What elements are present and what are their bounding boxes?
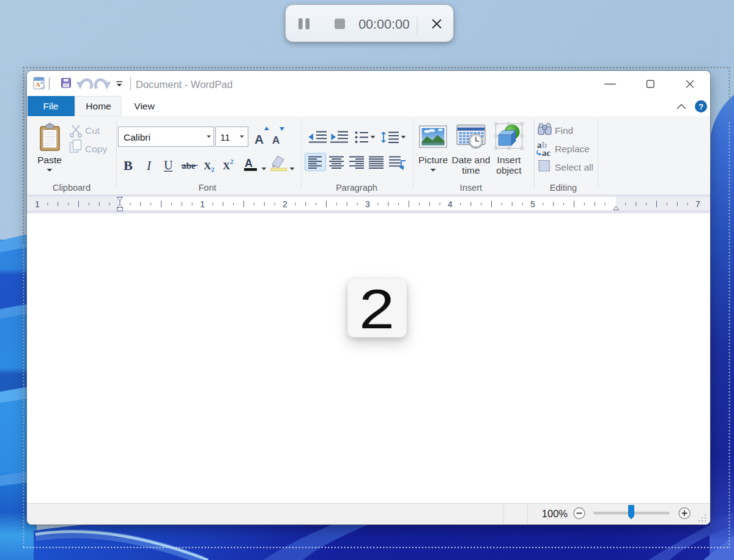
svg-text:2: 2 [230, 158, 234, 165]
svg-text:00:00:00: 00:00:00 [358, 17, 410, 32]
svg-text:7: 7 [695, 199, 700, 209]
svg-text:File: File [43, 101, 59, 111]
svg-text:1: 1 [35, 199, 40, 209]
svg-text:2: 2 [211, 166, 215, 173]
svg-text:ac: ac [542, 148, 551, 158]
svg-text:A: A [35, 81, 40, 88]
svg-text:Replace: Replace [555, 144, 590, 154]
svg-text:Font: Font [198, 183, 216, 193]
svg-text:Select all: Select all [555, 162, 593, 172]
svg-text:Editing: Editing [550, 183, 577, 193]
svg-text:Paragraph: Paragraph [336, 183, 377, 193]
svg-text:5: 5 [530, 199, 535, 209]
svg-text:View: View [134, 101, 155, 111]
svg-text:I: I [146, 158, 152, 173]
svg-text:B: B [124, 158, 133, 173]
svg-text:100%: 100% [542, 508, 568, 519]
svg-text:a: a [537, 140, 542, 150]
svg-text:Clipboard: Clipboard [53, 183, 91, 193]
svg-text:1: 1 [200, 199, 205, 209]
svg-text:A: A [245, 157, 253, 169]
svg-text:?: ? [699, 102, 703, 111]
svg-text:Home: Home [86, 101, 111, 111]
svg-text:A: A [272, 134, 280, 146]
svg-text:Calibri: Calibri [124, 132, 150, 142]
svg-text:A: A [254, 132, 264, 146]
svg-text:Find: Find [555, 125, 573, 136]
svg-text:Picture: Picture [418, 155, 448, 165]
svg-text:Cut: Cut [85, 125, 100, 136]
svg-text:Document - WordPad: Document - WordPad [136, 79, 232, 90]
svg-text:11: 11 [220, 132, 230, 142]
svg-text:Date and: Date and [452, 155, 491, 165]
svg-text:Copy: Copy [85, 144, 107, 154]
svg-text:time: time [462, 165, 480, 175]
svg-text:U: U [164, 158, 173, 172]
svg-text:4: 4 [448, 199, 453, 209]
svg-text:Insert: Insert [497, 155, 521, 165]
svg-text:3: 3 [365, 199, 370, 209]
svg-text:object: object [496, 165, 522, 175]
svg-text:Paste: Paste [37, 155, 62, 165]
svg-text:2: 2 [283, 199, 287, 209]
svg-text:Insert: Insert [460, 183, 482, 193]
